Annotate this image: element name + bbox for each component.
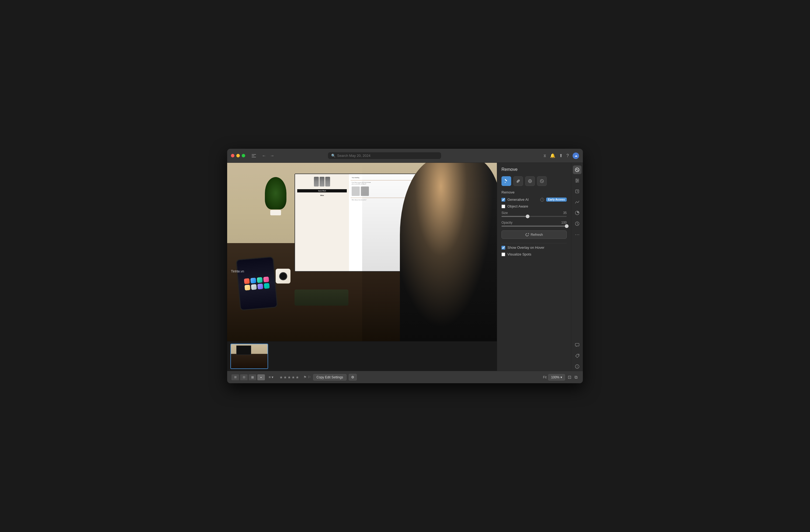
app-icon-4	[263, 276, 269, 283]
sidebar-right-detail-btn[interactable]	[573, 198, 582, 207]
sidebar-toggle-icon[interactable]	[251, 153, 257, 159]
minimize-button[interactable]	[236, 154, 240, 157]
size-label: Size	[501, 211, 508, 215]
grid-small-view-btn[interactable]: ⊞	[231, 374, 239, 380]
close-button[interactable]	[231, 154, 234, 157]
phone-placeholder-1	[314, 177, 319, 187]
app-window: ← → 🔍 ⧖ 🔔 ⬆ ? ☁	[227, 149, 583, 383]
sidebar-right-presets-btn[interactable]	[573, 176, 582, 185]
ipad	[236, 256, 278, 310]
generative-ai-row: Generative AI i Early Access	[501, 197, 567, 201]
zoom-button[interactable]: 100% ▾	[548, 374, 565, 381]
sidebar-right-info-btn[interactable]: i	[573, 362, 582, 371]
sidebar-right-tags-btn[interactable]	[573, 351, 582, 360]
settings-button[interactable]: ⚙	[349, 374, 357, 381]
object-aware-checkbox[interactable]	[501, 205, 505, 208]
single-view-btn[interactable]: ▪	[257, 374, 265, 380]
traffic-lights	[231, 154, 245, 157]
phone-placeholder-3	[325, 177, 330, 187]
refresh-button[interactable]: Refresh	[501, 230, 567, 239]
share-icon[interactable]: ⬆	[559, 153, 563, 158]
svg-point-5	[518, 181, 519, 182]
show-overlay-checkbox[interactable]	[501, 246, 505, 249]
svg-point-16	[576, 181, 577, 182]
early-access-badge: Early Access	[546, 197, 567, 201]
space-black-label: Space Black	[297, 189, 347, 192]
photo-main[interactable]: Space Black White Your briefing From Div…	[227, 163, 497, 341]
svg-point-21	[578, 355, 579, 355]
visualize-spots-label: Visualize Spots	[507, 252, 567, 256]
grid-large-view-btn[interactable]: ▦	[249, 374, 256, 380]
star-5[interactable]: ★	[296, 375, 299, 380]
compare-grid-btn[interactable]: ⊡	[567, 374, 572, 380]
unflag-icon[interactable]: ⚐	[308, 375, 311, 379]
sort-button[interactable]: ≡ ▾	[267, 375, 275, 380]
grid-medium-view-btn[interactable]: ⊟	[240, 374, 248, 380]
title-bar-right: ⧖ 🔔 ⬆ ? ☁	[544, 152, 579, 159]
person-area	[362, 163, 497, 341]
speaker	[276, 269, 291, 288]
band-aid-tool-button[interactable]	[513, 176, 523, 186]
help-icon[interactable]: ?	[566, 154, 569, 158]
panel-title: Remove	[501, 167, 567, 172]
filter-icon[interactable]: ⧖	[544, 154, 546, 158]
avatar-icon: ☁	[574, 154, 578, 157]
plant	[265, 177, 287, 212]
zoom-value: 100%	[551, 375, 560, 379]
star-2[interactable]: ★	[284, 375, 287, 380]
sidebar-right-comments-btn[interactable]	[573, 341, 582, 349]
object-aware-label: Object Aware	[507, 204, 567, 208]
sidebar-right-more-btn[interactable]: ⋯	[573, 230, 582, 239]
ipad-icons-grid	[242, 274, 272, 293]
tool-icons-row	[501, 176, 567, 186]
sidebar-right-history-btn[interactable]	[573, 220, 582, 228]
sidebar-right-color-btn[interactable]	[573, 209, 582, 217]
copy-edit-button[interactable]: Copy Edit Settings	[313, 374, 347, 381]
opacity-slider-thumb[interactable]	[565, 224, 569, 228]
svg-text:i: i	[577, 365, 578, 368]
generative-ai-info-icon[interactable]: i	[540, 198, 544, 201]
svg-rect-0	[252, 154, 256, 155]
film-thumbnail[interactable]	[230, 344, 268, 369]
settings-icon: ⚙	[351, 375, 354, 379]
photo-area: Space Black White Your briefing From Div…	[227, 163, 497, 371]
search-bar[interactable]: 🔍	[328, 152, 441, 159]
notification-icon[interactable]: 🔔	[550, 153, 555, 158]
size-slider-thumb[interactable]	[526, 214, 530, 218]
back-button[interactable]: ←	[261, 153, 267, 159]
bottom-toolbar: ⊞ ⊟ ▦ ▪ ≡ ▾ ★ ★ ★ ★ ★ ⚑ ⚐ Copy Edit Sett…	[227, 371, 583, 383]
plant-pot	[270, 210, 281, 215]
visualize-spots-row: Visualize Spots	[501, 252, 567, 256]
opacity-slider-track[interactable]	[501, 226, 567, 227]
visualize-spots-checkbox[interactable]	[501, 253, 505, 256]
svg-rect-2	[252, 157, 256, 157]
right-panel-content: Remove	[497, 163, 571, 371]
opacity-label: Opacity	[501, 221, 513, 225]
star-4[interactable]: ★	[292, 375, 295, 380]
search-input[interactable]	[337, 154, 438, 158]
sidebar-right-remove-btn[interactable]	[573, 165, 582, 174]
search-icon: 🔍	[331, 154, 336, 158]
app-icon-3	[257, 277, 263, 283]
heal-tool-button[interactable]	[537, 176, 547, 186]
avatar[interactable]: ☁	[572, 152, 579, 159]
size-slider-track[interactable]	[501, 216, 567, 217]
forward-button[interactable]: →	[269, 153, 275, 159]
star-3[interactable]: ★	[288, 375, 291, 380]
clone-tool-button[interactable]	[525, 176, 535, 186]
star-1[interactable]: ★	[279, 375, 283, 380]
watermark: Tinhte.vn	[231, 270, 244, 273]
sidebar-right-rotate-btn[interactable]	[573, 187, 582, 196]
white-label: White	[297, 194, 347, 197]
generative-ai-checkbox[interactable]	[501, 198, 505, 201]
opacity-slider-fill	[501, 226, 567, 227]
compare-split-btn[interactable]: ⧉	[573, 374, 579, 380]
sort-icon: ≡	[269, 375, 271, 379]
maximize-button[interactable]	[242, 154, 245, 157]
sort-arrow-icon: ▾	[272, 375, 274, 379]
right-panel: Remove	[497, 163, 571, 371]
main-content: Space Black White Your briefing From Div…	[227, 163, 583, 371]
brush-tool-button[interactable]	[501, 176, 511, 186]
svg-point-15	[577, 180, 578, 181]
flag-icon[interactable]: ⚑	[304, 375, 307, 379]
